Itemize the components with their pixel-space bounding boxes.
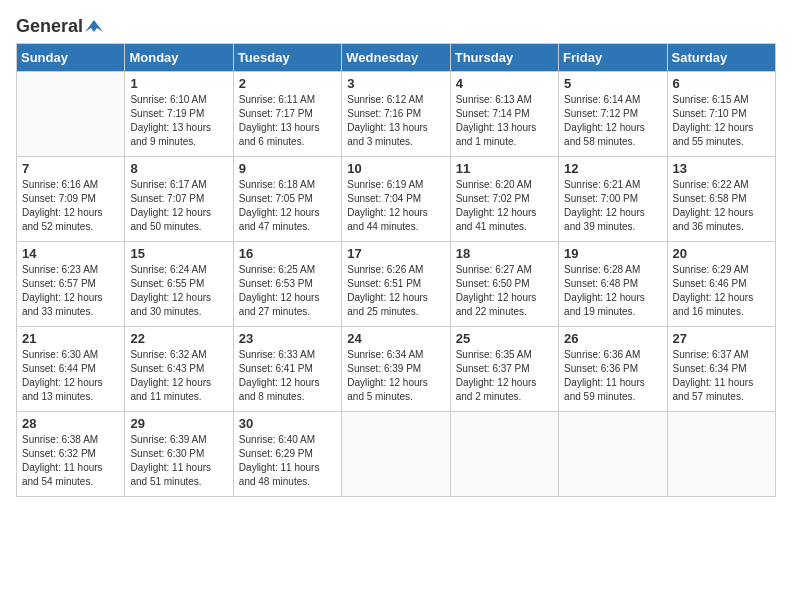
- calendar-cell: 30Sunrise: 6:40 AMSunset: 6:29 PMDayligh…: [233, 412, 341, 497]
- sun-info: Sunrise: 6:33 AMSunset: 6:41 PMDaylight:…: [239, 348, 336, 404]
- sun-info: Sunrise: 6:28 AMSunset: 6:48 PMDaylight:…: [564, 263, 661, 319]
- day-number: 13: [673, 161, 770, 176]
- sun-info: Sunrise: 6:26 AMSunset: 6:51 PMDaylight:…: [347, 263, 444, 319]
- calendar-cell: 2Sunrise: 6:11 AMSunset: 7:17 PMDaylight…: [233, 72, 341, 157]
- day-number: 6: [673, 76, 770, 91]
- calendar-cell: 7Sunrise: 6:16 AMSunset: 7:09 PMDaylight…: [17, 157, 125, 242]
- day-number: 23: [239, 331, 336, 346]
- calendar-cell: 12Sunrise: 6:21 AMSunset: 7:00 PMDayligh…: [559, 157, 667, 242]
- day-number: 10: [347, 161, 444, 176]
- day-number: 9: [239, 161, 336, 176]
- sun-info: Sunrise: 6:39 AMSunset: 6:30 PMDaylight:…: [130, 433, 227, 489]
- sun-info: Sunrise: 6:12 AMSunset: 7:16 PMDaylight:…: [347, 93, 444, 149]
- calendar-cell: 17Sunrise: 6:26 AMSunset: 6:51 PMDayligh…: [342, 242, 450, 327]
- day-number: 17: [347, 246, 444, 261]
- day-number: 2: [239, 76, 336, 91]
- calendar-cell: [667, 412, 775, 497]
- day-number: 5: [564, 76, 661, 91]
- calendar-cell: 8Sunrise: 6:17 AMSunset: 7:07 PMDaylight…: [125, 157, 233, 242]
- calendar-cell: 27Sunrise: 6:37 AMSunset: 6:34 PMDayligh…: [667, 327, 775, 412]
- sun-info: Sunrise: 6:20 AMSunset: 7:02 PMDaylight:…: [456, 178, 553, 234]
- col-header-sunday: Sunday: [17, 44, 125, 72]
- col-header-monday: Monday: [125, 44, 233, 72]
- day-number: 12: [564, 161, 661, 176]
- day-number: 18: [456, 246, 553, 261]
- calendar-cell: 10Sunrise: 6:19 AMSunset: 7:04 PMDayligh…: [342, 157, 450, 242]
- sun-info: Sunrise: 6:17 AMSunset: 7:07 PMDaylight:…: [130, 178, 227, 234]
- day-number: 7: [22, 161, 119, 176]
- day-number: 25: [456, 331, 553, 346]
- day-number: 20: [673, 246, 770, 261]
- calendar-cell: 14Sunrise: 6:23 AMSunset: 6:57 PMDayligh…: [17, 242, 125, 327]
- day-number: 21: [22, 331, 119, 346]
- calendar-cell: 13Sunrise: 6:22 AMSunset: 6:58 PMDayligh…: [667, 157, 775, 242]
- calendar-cell: 4Sunrise: 6:13 AMSunset: 7:14 PMDaylight…: [450, 72, 558, 157]
- sun-info: Sunrise: 6:19 AMSunset: 7:04 PMDaylight:…: [347, 178, 444, 234]
- sun-info: Sunrise: 6:10 AMSunset: 7:19 PMDaylight:…: [130, 93, 227, 149]
- calendar-cell: 26Sunrise: 6:36 AMSunset: 6:36 PMDayligh…: [559, 327, 667, 412]
- day-number: 19: [564, 246, 661, 261]
- col-header-saturday: Saturday: [667, 44, 775, 72]
- logo: General: [16, 16, 103, 33]
- calendar-cell: 11Sunrise: 6:20 AMSunset: 7:02 PMDayligh…: [450, 157, 558, 242]
- header: General: [16, 16, 776, 33]
- day-number: 4: [456, 76, 553, 91]
- calendar-cell: [17, 72, 125, 157]
- day-number: 15: [130, 246, 227, 261]
- day-number: 28: [22, 416, 119, 431]
- calendar-cell: 23Sunrise: 6:33 AMSunset: 6:41 PMDayligh…: [233, 327, 341, 412]
- sun-info: Sunrise: 6:21 AMSunset: 7:00 PMDaylight:…: [564, 178, 661, 234]
- calendar-cell: 24Sunrise: 6:34 AMSunset: 6:39 PMDayligh…: [342, 327, 450, 412]
- calendar-cell: [342, 412, 450, 497]
- sun-info: Sunrise: 6:22 AMSunset: 6:58 PMDaylight:…: [673, 178, 770, 234]
- calendar-table: SundayMondayTuesdayWednesdayThursdayFrid…: [16, 43, 776, 497]
- calendar-cell: 29Sunrise: 6:39 AMSunset: 6:30 PMDayligh…: [125, 412, 233, 497]
- svg-marker-0: [85, 20, 103, 32]
- sun-info: Sunrise: 6:40 AMSunset: 6:29 PMDaylight:…: [239, 433, 336, 489]
- calendar-cell: 1Sunrise: 6:10 AMSunset: 7:19 PMDaylight…: [125, 72, 233, 157]
- day-number: 27: [673, 331, 770, 346]
- day-number: 29: [130, 416, 227, 431]
- calendar-cell: 19Sunrise: 6:28 AMSunset: 6:48 PMDayligh…: [559, 242, 667, 327]
- day-number: 30: [239, 416, 336, 431]
- calendar-cell: 3Sunrise: 6:12 AMSunset: 7:16 PMDaylight…: [342, 72, 450, 157]
- day-number: 11: [456, 161, 553, 176]
- sun-info: Sunrise: 6:13 AMSunset: 7:14 PMDaylight:…: [456, 93, 553, 149]
- day-number: 14: [22, 246, 119, 261]
- calendar-cell: 15Sunrise: 6:24 AMSunset: 6:55 PMDayligh…: [125, 242, 233, 327]
- calendar-cell: [559, 412, 667, 497]
- sun-info: Sunrise: 6:30 AMSunset: 6:44 PMDaylight:…: [22, 348, 119, 404]
- calendar-cell: 22Sunrise: 6:32 AMSunset: 6:43 PMDayligh…: [125, 327, 233, 412]
- calendar-cell: 16Sunrise: 6:25 AMSunset: 6:53 PMDayligh…: [233, 242, 341, 327]
- sun-info: Sunrise: 6:24 AMSunset: 6:55 PMDaylight:…: [130, 263, 227, 319]
- sun-info: Sunrise: 6:14 AMSunset: 7:12 PMDaylight:…: [564, 93, 661, 149]
- sun-info: Sunrise: 6:32 AMSunset: 6:43 PMDaylight:…: [130, 348, 227, 404]
- sun-info: Sunrise: 6:29 AMSunset: 6:46 PMDaylight:…: [673, 263, 770, 319]
- sun-info: Sunrise: 6:27 AMSunset: 6:50 PMDaylight:…: [456, 263, 553, 319]
- day-number: 8: [130, 161, 227, 176]
- calendar-cell: 6Sunrise: 6:15 AMSunset: 7:10 PMDaylight…: [667, 72, 775, 157]
- day-number: 24: [347, 331, 444, 346]
- calendar-cell: 20Sunrise: 6:29 AMSunset: 6:46 PMDayligh…: [667, 242, 775, 327]
- col-header-thursday: Thursday: [450, 44, 558, 72]
- sun-info: Sunrise: 6:35 AMSunset: 6:37 PMDaylight:…: [456, 348, 553, 404]
- day-number: 1: [130, 76, 227, 91]
- sun-info: Sunrise: 6:38 AMSunset: 6:32 PMDaylight:…: [22, 433, 119, 489]
- logo-bird-icon: [85, 18, 103, 36]
- calendar-cell: 9Sunrise: 6:18 AMSunset: 7:05 PMDaylight…: [233, 157, 341, 242]
- col-header-wednesday: Wednesday: [342, 44, 450, 72]
- logo-general: General: [16, 16, 83, 37]
- sun-info: Sunrise: 6:37 AMSunset: 6:34 PMDaylight:…: [673, 348, 770, 404]
- col-header-tuesday: Tuesday: [233, 44, 341, 72]
- col-header-friday: Friday: [559, 44, 667, 72]
- sun-info: Sunrise: 6:34 AMSunset: 6:39 PMDaylight:…: [347, 348, 444, 404]
- calendar-cell: 21Sunrise: 6:30 AMSunset: 6:44 PMDayligh…: [17, 327, 125, 412]
- sun-info: Sunrise: 6:11 AMSunset: 7:17 PMDaylight:…: [239, 93, 336, 149]
- sun-info: Sunrise: 6:16 AMSunset: 7:09 PMDaylight:…: [22, 178, 119, 234]
- day-number: 16: [239, 246, 336, 261]
- sun-info: Sunrise: 6:23 AMSunset: 6:57 PMDaylight:…: [22, 263, 119, 319]
- calendar-cell: 5Sunrise: 6:14 AMSunset: 7:12 PMDaylight…: [559, 72, 667, 157]
- calendar-cell: 25Sunrise: 6:35 AMSunset: 6:37 PMDayligh…: [450, 327, 558, 412]
- sun-info: Sunrise: 6:18 AMSunset: 7:05 PMDaylight:…: [239, 178, 336, 234]
- day-number: 22: [130, 331, 227, 346]
